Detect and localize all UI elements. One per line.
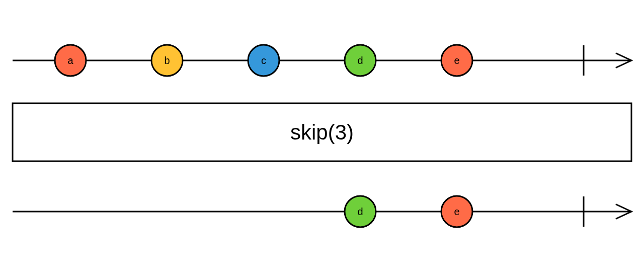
marble-diagram: a b c d e skip(3) d (0, 0, 644, 272)
operator-box: skip(3) (13, 103, 631, 161)
marble-c: c (248, 45, 279, 76)
marble-label: a (67, 55, 73, 66)
result-timeline: d e (13, 196, 631, 227)
marble-a: a (55, 45, 86, 76)
marble-label: e (454, 55, 459, 66)
marble-label: d (357, 55, 363, 66)
marble-label: d (357, 206, 363, 217)
marble-e: e (441, 196, 472, 227)
marble-label: c (261, 55, 266, 66)
marble-label: e (454, 206, 459, 217)
marble-e: e (441, 45, 472, 76)
marble-d: d (345, 45, 376, 76)
source-timeline: a b c d e (13, 45, 631, 76)
marble-d: d (345, 196, 376, 227)
marble-label: b (164, 55, 170, 66)
marble-b: b (151, 45, 183, 76)
operator-label: skip(3) (290, 120, 354, 144)
